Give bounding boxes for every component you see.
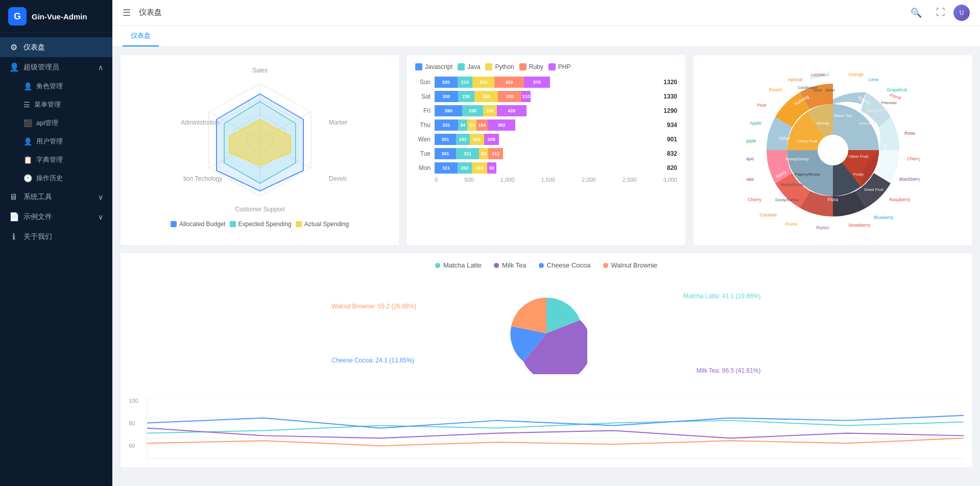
bar-seg: 392 [488,119,516,131]
api-icon: ⬛ [23,119,32,127]
svg-text:Raisin: Raisin [816,225,829,230]
svg-text:Kyara: Kyara [883,144,888,156]
svg-text:Phenolic: Phenolic [881,101,897,105]
bar-seg: 420 [497,105,527,116]
sidebar-item-super-admin[interactable]: 👤 超级管理员 ∧ [0,57,112,77]
sidebar-item-sys-tools[interactable]: 🖥 系统工具 ∨ [0,187,112,207]
dict-icon: 📋 [23,156,32,164]
legend-expected-label: Expected Spending [238,221,292,228]
bar-row: Sat3302303303301101330 [415,91,677,102]
bar-track: 30132182212 [435,148,649,159]
breadcrumb-tab-dashboard[interactable]: 仪表盘 [123,26,159,46]
pie-chart [506,293,587,374]
fullscreen-icon[interactable]: ⛶ [936,7,945,18]
logo[interactable]: G Gin-Vue-Admin [0,0,112,33]
bar-seg: 208 [484,134,499,145]
svg-text:Cherry: Cherry [907,156,920,161]
sidebar-item-dashboard-label: 仪表盘 [23,43,45,52]
sidebar-item-role-mgmt[interactable]: 👤 角色管理 [0,77,112,95]
bar-total: 820 [652,164,677,172]
content-area: Sales Marketing Development Customer Sup… [112,47,980,486]
app-name: Gin-Vue-Admin [32,12,87,21]
sidebar: G Gin-Vue-Admin ⚙ 仪表盘 👤 超级管理员 ∧ 👤 角色管理 ☰… [0,0,112,486]
sidebar-item-op-history[interactable]: 🕐 操作历史 [0,169,112,187]
svg-text:Moldy/Damp: Moldy/Damp [785,157,808,161]
line-chart-section: 100 80 60 [129,398,964,459]
top-charts-row: Sales Marketing Development Customer Sup… [121,55,972,245]
user2-icon: 👤 [23,137,32,145]
pie-legend-matcha-label: Matcha Latte [443,261,482,269]
bar-total: 832 [652,150,677,157]
bar-total: 1330 [652,93,677,100]
bar-track: 390290190420 [435,105,649,116]
bar-seg: 82 [479,148,488,159]
bar-seg: 190 [483,105,497,116]
svg-text:Animalistic: Animalistic [858,121,878,126]
history-icon: 🕐 [23,174,32,182]
svg-text:Development: Development [329,175,347,182]
annotation-walnut: Walnut Brownie: 55.2 (26.68%) [332,303,417,310]
sidebar-item-dashboard[interactable]: ⚙ 仪表盘 [0,37,112,57]
svg-text:Blueberry: Blueberry [874,215,894,220]
bar-day-label: Sat [415,93,431,100]
pie-legend-dot-walnut [603,263,608,268]
svg-text:Grape: Grape [746,156,754,161]
svg-text:Pear: Pear [756,103,766,108]
bar-seg: 82 [487,162,496,174]
bar-row: Tue30132182212832 [415,148,677,159]
svg-text:Grapefruit: Grapefruit [887,87,907,92]
pie-legend: Matcha Latte Milk Tea Cheese Cocoa Walnu… [129,261,964,269]
bar-day-label: Mon [415,164,431,172]
svg-text:tion Techology: tion Techology [183,175,223,182]
right-annotations: Matcha Latte: 41.1 (19.86%) Milk Tea: 86… [608,287,761,379]
svg-text:Pomegranate: Pomegranate [746,177,754,182]
menu-icon: ☰ [23,101,30,109]
sidebar-item-about[interactable]: ℹ 关于我们 [0,227,112,247]
svg-text:Marketing: Marketing [329,119,347,126]
svg-text:Bitter: Bitter [825,88,835,92]
legend-java-label: Java [467,63,480,70]
bar-seg: 23 [467,119,476,131]
bar-day-label: Thu [415,121,431,129]
avatar[interactable]: U [953,5,970,21]
bar-seg: 321 [456,148,479,159]
examples-label: 示例文件 [23,212,52,222]
info-icon: ℹ [9,232,18,241]
header-title: 仪表盘 [139,8,162,17]
legend-sq-java [458,63,465,70]
bar-day-label: Wen [415,136,431,143]
bar-seg: 331 [435,119,458,131]
svg-text:Customer Support: Customer Support [235,206,285,213]
menu-toggle-icon[interactable]: ☰ [123,7,131,18]
legend-dot-expected [230,221,236,227]
bar-total: 934 [652,121,677,129]
bar-seg: 310 [472,77,494,88]
y-label-60: 60 [129,443,144,449]
role-icon: 👤 [23,82,32,90]
line-y-labels: 100 80 60 [129,398,144,449]
legend-php-label: PHP [558,63,571,70]
svg-text:Meaty Brothy: Meaty Brothy [867,108,891,113]
bar-seg: 301 [435,148,456,159]
bar-seg: 320 [435,77,458,88]
svg-text:Lime: Lime [869,77,879,82]
role-mgmt-label: 角色管理 [36,82,63,91]
search-icon[interactable]: 🔍 [911,7,922,18]
svg-text:Cardboard: Cardboard [798,85,817,90]
main-area: ☰ 仪表盘 🔍 ⛶ U 仪表盘 Sales Marketing Developm… [112,0,980,486]
sidebar-item-user-mgmt[interactable]: 👤 用户管理 [0,132,112,151]
svg-text:Orange: Orange [848,72,864,77]
sidebar-item-menu-mgmt[interactable]: ☰ 菜单管理 [0,95,112,114]
chevron-up-icon: ∧ [98,63,103,71]
bar-row: Sun3202103104103701320 [415,77,677,88]
bar-chart-card: Javascript Java Python Ruby [407,55,685,245]
legend-actual-label: Actual Spending [304,221,349,228]
file-icon: 📄 [9,212,18,222]
svg-text:Sales: Sales [252,67,267,74]
sidebar-item-api-mgmt[interactable]: ⬛ api管理 [0,114,112,132]
sidebar-item-examples[interactable]: 📄 示例文件 ∨ [0,207,112,227]
bar-seg: 191 [456,134,470,145]
sidebar-item-dict-mgmt[interactable]: 📋 字典管理 [0,151,112,169]
svg-point-18 [818,135,848,165]
bar-seg: 390 [435,105,462,116]
